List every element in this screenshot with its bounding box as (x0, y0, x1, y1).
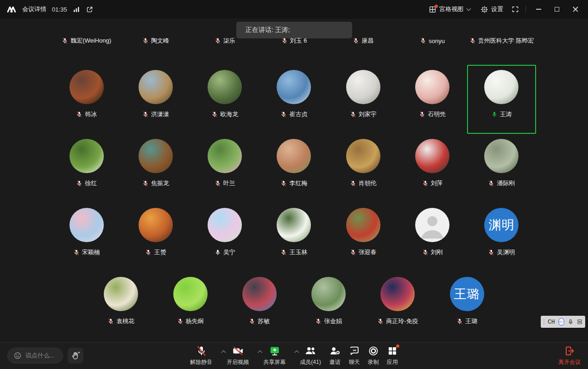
participant-tile[interactable]: 渊明吴渊明 (467, 203, 536, 272)
participant-tile[interactable]: 杨先炯 (156, 272, 225, 341)
participant-name: 宋颖楠 (82, 248, 100, 256)
meeting-details-button[interactable]: 会议详情 (22, 5, 46, 13)
apps-icon (387, 345, 398, 356)
avatar-photo (70, 208, 104, 242)
drag-handle-icon[interactable] (544, 319, 544, 324)
participant-tile[interactable]: 肖朝伦 (329, 134, 398, 203)
avatar-photo (70, 139, 104, 173)
chat-button[interactable]: 聊天 (349, 345, 360, 366)
participant-tile[interactable]: 欧海龙 (190, 65, 259, 134)
participant-tile[interactable]: 王涛 (467, 65, 536, 134)
avatar-photo (208, 139, 242, 173)
participant-name: 王赟 (154, 248, 166, 256)
participant-tile[interactable]: 李红梅 (259, 134, 329, 203)
participant-tile[interactable]: 王璐王璐 (432, 272, 501, 341)
participant-tile[interactable]: 吴宁 (190, 203, 259, 272)
members-button[interactable]: 成员(41) (300, 345, 321, 366)
mic-muted-icon (456, 318, 463, 325)
leave-door-icon (564, 345, 575, 356)
avatar-photo (208, 70, 242, 104)
mic-muted-icon (177, 318, 183, 325)
record-icon (368, 345, 379, 356)
participant-name: 张迎春 (359, 248, 377, 256)
participant-tile[interactable]: 刘家宇 (329, 65, 398, 134)
participant-name: 焦振龙 (151, 179, 169, 188)
participant-name: 肖朝伦 (359, 179, 377, 188)
participant-row: 韩冰洪潇潇欧海龙崔古贞刘家宇石明凭王涛 (52, 65, 536, 134)
participant-tile[interactable]: 张金娟 (294, 272, 363, 341)
avatar-default (415, 208, 449, 242)
participant-tile[interactable]: 洪潇潇 (121, 65, 190, 134)
participant-tile[interactable]: 王玉林 (259, 203, 329, 272)
avatar-photo (380, 277, 415, 311)
participant-tile[interactable]: 刘萍 (398, 134, 467, 203)
settings-button[interactable]: 设置 (481, 5, 503, 13)
participant-tile[interactable]: 韩冰 (52, 65, 121, 134)
meeting-window: 会议详情 01:35 宫格视图 (0, 0, 588, 369)
participant-name: 康昌 (361, 38, 373, 45)
avatar-photo (311, 277, 346, 311)
record-button[interactable]: 录制 (368, 345, 379, 366)
participant-tile[interactable]: 袁桃花 (87, 272, 156, 341)
mic-muted-icon (211, 111, 218, 118)
ime-toolbox-icon[interactable] (577, 319, 582, 325)
participant-name: 石明凭 (428, 110, 446, 119)
participant-name: 吴渊明 (497, 248, 515, 256)
leave-meeting-button[interactable]: 离开会议 (558, 345, 581, 366)
restore-button[interactable] (551, 3, 563, 15)
layout-view-selector[interactable]: 宫格视图 (429, 5, 470, 13)
participant-name: 陶文峰 (151, 38, 169, 45)
quick-chat-input[interactable]: 说点什么... (7, 348, 63, 363)
participant-label-clipped: 魏宏(WeiHong) (52, 38, 121, 45)
participant-tile[interactable]: 石明凭 (398, 65, 467, 134)
chevron-up-icon[interactable] (221, 350, 226, 355)
minimize-button[interactable] (532, 3, 544, 15)
participant-row: 宋颖楠王赟吴宁王玉林张迎春刘刚渊明吴渊明 (52, 203, 536, 272)
participant-tile[interactable]: 苏敏 (225, 272, 294, 341)
participant-tile[interactable]: 焦振龙 (121, 134, 190, 203)
start-video-button[interactable]: 开启视频 (227, 345, 255, 366)
raise-hand-icon (71, 351, 81, 361)
participant-tile[interactable]: 崔古贞 (259, 65, 329, 134)
participant-tile[interactable]: 徐红 (52, 134, 121, 203)
open-external-icon[interactable] (86, 6, 94, 13)
notification-dot (396, 344, 399, 348)
invite-button[interactable]: 邀请 (329, 345, 341, 366)
participant-label-clipped: 陶文峰 (121, 38, 190, 45)
participant-tile[interactable]: 刘刚 (398, 203, 467, 272)
chevron-up-icon[interactable] (258, 350, 262, 355)
mic-muted-icon (377, 318, 384, 325)
mic-muted-icon (488, 249, 494, 256)
participant-tile[interactable]: 宋颖楠 (52, 203, 121, 272)
mic-muted-icon (420, 38, 426, 44)
participant-tile[interactable]: 商正玲-免疫 (363, 272, 432, 341)
divider (525, 6, 526, 13)
ime-language-indicator[interactable]: CH (548, 319, 555, 325)
chat-icon (349, 345, 360, 356)
view-mode-label: 宫格视图 (439, 5, 463, 13)
participant-name: 李红梅 (289, 179, 307, 188)
participant-name: 王涛 (500, 110, 512, 119)
participant-name: 苏敏 (258, 317, 270, 325)
participant-tile[interactable]: 叶兰 (190, 134, 259, 203)
participant-tile[interactable]: 王赟 (121, 203, 190, 272)
chevron-up-icon[interactable] (294, 350, 299, 355)
ifly-logo-icon[interactable]: iFLY (558, 318, 564, 325)
settings-label: 设置 (491, 5, 503, 13)
fullscreen-icon[interactable] (512, 6, 519, 13)
unmute-button[interactable]: 解除静音 (190, 345, 219, 366)
mic-muted-icon (280, 111, 287, 118)
share-screen-button[interactable]: 共享屏幕 (263, 345, 292, 366)
ime-mic-icon[interactable] (568, 319, 574, 325)
raise-hand-button[interactable] (68, 348, 83, 363)
apps-button[interactable]: 应用 (387, 345, 398, 366)
participant-tile[interactable]: 张迎春 (329, 203, 398, 272)
speaking-text: 正在讲话: 王涛; (246, 26, 290, 34)
ime-toolbar[interactable]: CH iFLY (541, 316, 585, 328)
participant-tile[interactable]: 潘际刚 (467, 134, 536, 203)
mic-muted-icon (315, 318, 322, 325)
avatar-photo (208, 208, 242, 242)
avatar-photo (346, 139, 380, 173)
participant-name: 欧海龙 (220, 110, 238, 119)
close-button[interactable] (569, 3, 582, 15)
